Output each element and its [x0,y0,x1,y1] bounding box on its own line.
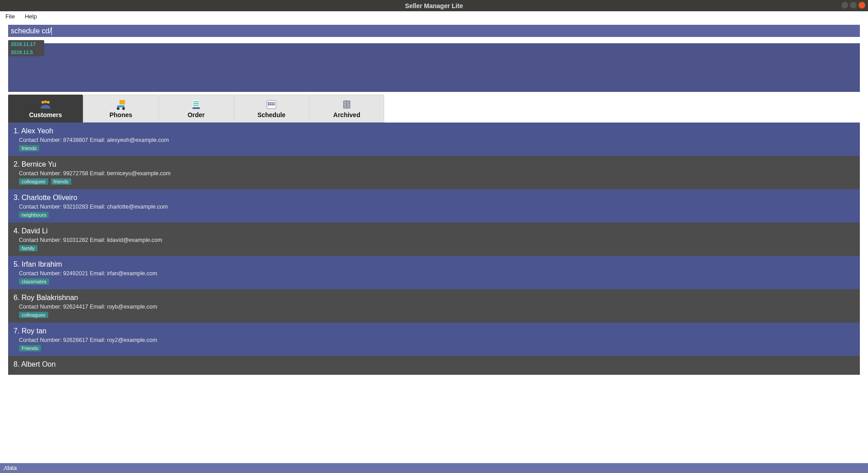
tab-label: Schedule [257,111,285,118]
customer-name: 6. Roy Balakrishnan [14,294,850,302]
statusbar: ./data [0,463,868,473]
svg-rect-11 [193,107,200,109]
customer-name: 3. Charlotte Oliveiro [14,194,850,202]
order-icon [191,99,201,110]
customer-tags: colleagues [19,312,850,318]
customer-tags: friends [19,145,850,151]
customer-row[interactable]: 6. Roy BalakrishnanContact Number: 92624… [8,289,860,323]
command-input-value: schedule cd/ [11,27,51,35]
customers-icon [39,99,52,110]
tab-phones[interactable]: Phones [83,95,158,123]
tag: family [19,245,37,251]
svg-rect-20 [273,104,275,105]
schedule-icon [266,99,277,110]
tabs: Customers Phones Order [8,95,860,123]
svg-rect-8 [193,101,199,102]
minimize-icon[interactable] [841,2,848,9]
customer-details: Contact Number: 92492021 Email: irfan@ex… [19,270,850,277]
customer-list-wrap: 1. Alex YeohContact Number: 87438807 Ema… [8,123,860,463]
customer-tags: colleaguesfriends [19,178,850,185]
close-icon[interactable] [859,2,865,9]
menu-file[interactable]: File [5,13,15,20]
tag: colleagues [19,178,48,185]
svg-rect-9 [193,103,199,104]
svg-rect-18 [270,104,271,105]
autocomplete-item[interactable]: 2019.11.17 [8,40,44,48]
customer-details: Contact Number: 99272758 Email: bernicey… [19,170,850,177]
tag: classmates [19,278,49,285]
customer-name: 1. Alex Yeoh [14,127,850,135]
menubar: File Help [0,11,868,22]
autocomplete-popup: 2019.11.17 2019.11.5 [8,40,44,56]
customer-tags: classmates [19,278,850,285]
customer-row[interactable]: 1. Alex YeohContact Number: 87438807 Ema… [8,123,860,156]
tab-schedule[interactable]: Schedule [234,95,309,123]
customer-name: 5. Irfan Ibrahim [14,260,850,268]
customer-details: Contact Number: 91031282 Email: lidavid@… [19,237,850,243]
tab-label: Archived [333,111,360,118]
autocomplete-item[interactable]: 2019.11.5 [8,48,44,56]
svg-point-5 [117,107,119,110]
tag: friends [19,145,39,151]
svg-rect-13 [268,102,269,104]
customer-row[interactable]: 4. David LiContact Number: 91031282 Emai… [8,223,860,256]
svg-rect-27 [346,106,348,107]
archived-icon [342,99,352,110]
svg-point-0 [41,101,44,104]
svg-rect-16 [273,102,275,104]
tag: colleagues [19,312,48,318]
window-title: Seller Manager Lite [405,2,463,9]
tab-order[interactable]: Order [159,95,234,123]
window-controls [841,2,865,9]
customer-list[interactable]: 1. Alex YeohContact Number: 87438807 Ema… [8,123,860,463]
customer-row[interactable]: 3. Charlotte OliveiroContact Number: 932… [8,189,860,223]
statusbar-text: ./data [3,465,17,471]
svg-point-1 [44,100,47,103]
content-area: schedule cd/ 2019.11.17 2019.11.5 Custom… [0,22,868,463]
command-input[interactable]: schedule cd/ [8,25,860,37]
svg-rect-15 [271,102,273,104]
phones-icon [115,99,127,110]
maximize-icon[interactable] [850,2,857,9]
customer-details: Contact Number: 92626617 Email: roy2@exa… [19,337,850,343]
customer-name: 7. Roy tan [14,327,850,335]
svg-rect-25 [346,102,348,102]
customer-tags: family [19,245,850,251]
tag: Friends [19,345,41,351]
titlebar: Seller Manager Lite [0,0,868,11]
text-caret [51,27,52,35]
customer-details: Contact Number: 92624417 Email: royb@exa… [19,304,850,310]
tag: neighbours [19,212,49,218]
customer-name: 8. Albert Oon [14,360,850,368]
menu-help[interactable]: Help [25,13,37,20]
svg-rect-19 [271,104,273,105]
customer-name: 2. Bernice Yu [14,160,850,168]
svg-rect-26 [346,104,348,105]
result-panel [8,43,860,92]
customer-row[interactable]: 7. Roy tanContact Number: 92626617 Email… [8,323,860,356]
customer-row[interactable]: 2. Bernice YuContact Number: 99272758 Em… [8,156,860,189]
tab-label: Customers [29,111,62,118]
customer-row[interactable]: 8. Albert Oon [8,356,860,375]
svg-point-2 [47,101,50,104]
svg-rect-10 [193,105,199,106]
svg-rect-4 [117,105,124,107]
tab-archived[interactable]: Archived [309,95,384,123]
customer-row[interactable]: 5. Irfan IbrahimContact Number: 92492021… [8,256,860,289]
tab-label: Order [188,111,205,118]
customer-details: Contact Number: 93210283 Email: charlott… [19,204,850,210]
svg-rect-14 [270,102,271,104]
tab-label: Phones [110,111,133,118]
svg-point-6 [122,107,125,110]
svg-rect-3 [119,100,125,105]
customer-tags: neighbours [19,212,850,218]
customer-tags: Friends [19,345,850,351]
customer-details: Contact Number: 87438807 Email: alexyeoh… [19,137,850,143]
tag: friends [51,178,71,185]
svg-rect-17 [268,104,269,105]
customer-name: 4. David Li [14,227,850,235]
tab-customers[interactable]: Customers [8,95,83,123]
